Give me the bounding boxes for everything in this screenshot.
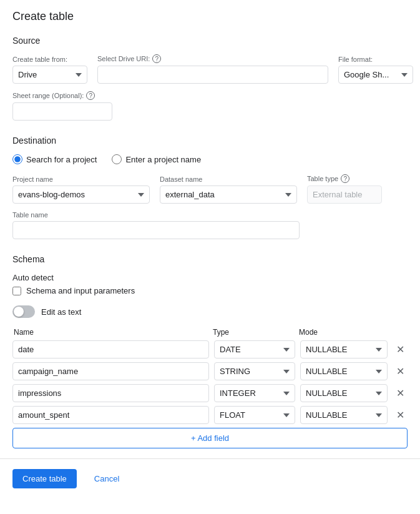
auto-detect-checkbox-label: Schema and input parameters xyxy=(26,286,135,295)
footer-divider xyxy=(0,458,420,459)
dataset-name-select[interactable]: external_data xyxy=(160,185,297,204)
schema-field-name-input[interactable] xyxy=(12,340,209,358)
project-name-label: Project name xyxy=(12,175,150,183)
table-name-label: Table name xyxy=(12,211,408,219)
footer-buttons: Create table Cancel xyxy=(12,469,408,488)
table-row: DATESTRINGINTEGERFLOATBOOLEANBYTESRECORD… xyxy=(12,384,408,402)
schema-type-header: Type xyxy=(213,328,294,337)
uri-input[interactable]: https://docs.google.com/spreadsheets/d/1… xyxy=(97,66,328,84)
schema-field-type-select[interactable]: DATESTRINGINTEGERFLOATBOOLEANBYTESRECORD… xyxy=(214,384,295,402)
uri-label: Select Drive URI: ? xyxy=(97,54,328,63)
file-format-label: File format: xyxy=(338,56,413,63)
create-from-group: Create table from: Drive xyxy=(12,56,87,84)
table-type-group: Table type ? External table xyxy=(307,174,382,204)
delete-field-button[interactable]: ✕ xyxy=(393,364,408,379)
schema-field-name-input[interactable] xyxy=(12,362,209,380)
radio-search-option[interactable]: Search for a project xyxy=(12,154,97,164)
schema-field-mode-select[interactable]: NULLABLEREQUIREDREPEATED xyxy=(300,384,388,402)
schema-field-type-select[interactable]: DATESTRINGINTEGERFLOATBOOLEANBYTESRECORD… xyxy=(214,340,295,358)
radio-search-label: Search for a project xyxy=(26,155,97,164)
file-format-select[interactable]: Google Sh... xyxy=(338,66,413,84)
schema-headers: Name Type Mode xyxy=(12,328,408,337)
source-title: Source xyxy=(12,36,408,46)
destination-title: Destination xyxy=(12,136,408,146)
schema-field-name-input[interactable] xyxy=(12,406,209,424)
table-name-group: Table name campaign_data_table xyxy=(12,211,408,239)
table-type-select[interactable]: External table xyxy=(307,185,382,204)
table-name-input[interactable]: campaign_data_table xyxy=(12,221,300,239)
delete-field-button[interactable]: ✕ xyxy=(393,342,408,357)
schema-section: Schema Auto detect Schema and input para… xyxy=(12,254,408,448)
table-row: DATESTRINGINTEGERFLOATBOOLEANBYTESRECORD… xyxy=(12,340,408,358)
schema-rows-container: DATESTRINGINTEGERFLOATBOOLEANBYTESRECORD… xyxy=(12,340,408,424)
schema-name-header: Name xyxy=(14,328,208,337)
schema-mode-header: Mode xyxy=(299,328,386,337)
radio-enter-label: Enter a project name xyxy=(125,155,201,164)
cancel-button[interactable]: Cancel xyxy=(84,469,129,488)
uri-group: Select Drive URI: ? https://docs.google.… xyxy=(97,54,328,84)
schema-field-name-input[interactable] xyxy=(12,384,209,402)
sheet-range-group: Sheet range (Optional): ? Campaign_Data!… xyxy=(12,91,112,121)
project-radio-group: Search for a project Enter a project nam… xyxy=(12,154,408,164)
destination-section: Destination Search for a project Enter a… xyxy=(12,136,408,239)
table-type-help-icon[interactable]: ? xyxy=(341,174,349,183)
schema-field-type-select[interactable]: DATESTRINGINTEGERFLOATBOOLEANBYTESRECORD… xyxy=(214,406,295,424)
project-name-select[interactable]: evans-blog-demos xyxy=(12,185,150,204)
radio-enter-option[interactable]: Enter a project name xyxy=(112,154,201,164)
table-row: DATESTRINGINTEGERFLOATBOOLEANBYTESRECORD… xyxy=(12,362,408,380)
dataset-name-label: Dataset name xyxy=(160,175,297,183)
schema-field-mode-select[interactable]: NULLABLEREQUIREDREPEATED xyxy=(300,340,388,358)
delete-field-button[interactable]: ✕ xyxy=(393,408,408,423)
create-table-button[interactable]: Create table xyxy=(12,469,77,488)
file-format-group: File format: Google Sh... xyxy=(338,56,413,84)
sheet-range-label: Sheet range (Optional): ? xyxy=(12,91,112,100)
table-type-label: Table type ? xyxy=(307,174,382,183)
edit-as-text-label: Edit as text xyxy=(41,307,81,317)
delete-field-button[interactable]: ✕ xyxy=(393,386,408,401)
auto-detect-row: Schema and input parameters xyxy=(12,286,408,295)
sheet-range-help-icon[interactable]: ? xyxy=(86,91,95,100)
toggle-knob xyxy=(14,307,24,317)
sheet-range-input[interactable]: Campaign_Data!A2:D xyxy=(12,102,112,121)
table-row: DATESTRINGINTEGERFLOATBOOLEANBYTESRECORD… xyxy=(12,406,408,424)
schema-del-header xyxy=(391,328,406,337)
add-field-button[interactable]: + Add field xyxy=(12,428,408,448)
create-from-label: Create table from: xyxy=(12,56,87,63)
dataset-name-group: Dataset name external_data xyxy=(160,175,297,204)
page-title: Create table xyxy=(12,10,408,23)
schema-field-type-select[interactable]: DATESTRINGINTEGERFLOATBOOLEANBYTESRECORD… xyxy=(214,362,295,380)
source-section: Source Create table from: Drive Select D… xyxy=(12,36,408,121)
schema-title: Schema xyxy=(12,254,408,264)
schema-field-mode-select[interactable]: NULLABLEREQUIREDREPEATED xyxy=(300,362,388,380)
radio-enter-input[interactable] xyxy=(112,154,122,164)
project-name-group: Project name evans-blog-demos xyxy=(12,175,150,204)
auto-detect-checkbox[interactable] xyxy=(12,287,21,295)
edit-as-text-row: Edit as text xyxy=(12,305,408,318)
radio-search-input[interactable] xyxy=(12,154,22,164)
uri-help-icon[interactable]: ? xyxy=(152,54,161,63)
edit-as-text-toggle[interactable] xyxy=(12,305,35,318)
create-from-select[interactable]: Drive xyxy=(12,66,87,84)
auto-detect-label: Auto detect xyxy=(12,273,408,282)
schema-field-mode-select[interactable]: NULLABLEREQUIREDREPEATED xyxy=(300,406,388,424)
